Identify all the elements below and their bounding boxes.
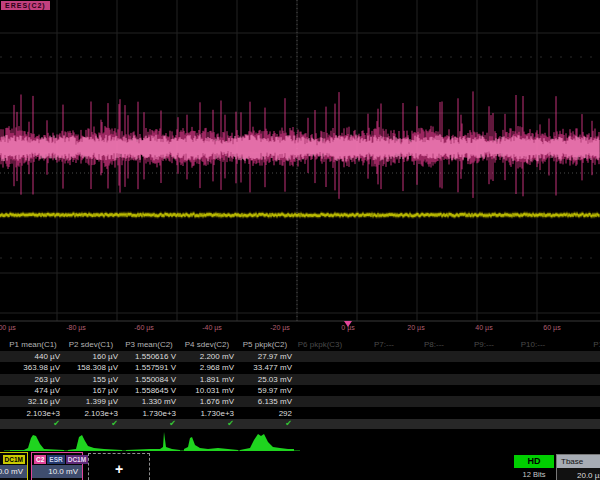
timebase-title: Tbase: [557, 455, 600, 468]
param-value: 1.550084 V: [120, 375, 176, 384]
param-value: 6.135 mV: [236, 397, 292, 406]
param-value: 1.330 mV: [120, 397, 176, 406]
param-value: 2.200 mV: [178, 352, 234, 361]
timebase-descriptor[interactable]: Tbase 20.0 µs: [556, 454, 600, 480]
trace-annotation-badge: ERES(C2): [1, 1, 50, 10]
param-value: 1.558645 V: [120, 386, 176, 395]
param-value: 2.103e+3: [4, 409, 60, 418]
c2-label: C2: [34, 455, 46, 464]
param-value: 474 µV: [4, 386, 60, 395]
measurement-histicon[interactable]: [68, 431, 122, 451]
param-header-inactive[interactable]: P10:---: [521, 340, 545, 349]
param-status-check: ✔: [4, 419, 60, 428]
measurement-histicon[interactable]: [184, 431, 238, 451]
param-status-check: ✔: [178, 419, 234, 428]
c2-coupling-badge: DC1M: [66, 455, 88, 464]
param-value: 167 µV: [62, 386, 118, 395]
param-value: 155 µV: [62, 375, 118, 384]
param-value: 160 µV: [62, 352, 118, 361]
c1-coupling-badge: DC1M: [3, 455, 25, 464]
param-header[interactable]: P3 mean(C2): [120, 340, 178, 349]
param-header-inactive[interactable]: P11: [593, 340, 600, 349]
param-header-inactive[interactable]: P6 pkpk(C3): [298, 340, 342, 349]
param-value: 27.97 mV: [236, 352, 292, 361]
param-value: 158.308 µV: [62, 363, 118, 372]
param-value: 440 µV: [4, 352, 60, 361]
adc-bits-label: 12 Bits: [510, 470, 558, 479]
param-header-inactive[interactable]: P8:---: [424, 340, 444, 349]
time-axis-label: 40 µs: [475, 324, 492, 331]
param-value: 25.03 mV: [236, 375, 292, 384]
param-value: 2.103e+3: [62, 409, 118, 418]
param-value: 2.968 mV: [178, 363, 234, 372]
time-axis-label: -20 µs: [270, 324, 290, 331]
time-axis-label: 0 µs: [341, 324, 354, 331]
param-value: 292: [236, 409, 292, 418]
param-status-check: ✔: [62, 419, 118, 428]
param-value: 32.16 µV: [4, 397, 60, 406]
c1-volts-per-div: 10.0 mV: [0, 465, 27, 478]
param-value: 263 µV: [4, 375, 60, 384]
c2-volts-per-div: 10.0 mV: [32, 465, 82, 478]
param-value: 59.97 mV: [236, 386, 292, 395]
timebase-value: 20.0 µs: [557, 468, 600, 480]
param-value: 1.676 mV: [178, 397, 234, 406]
param-value: 1.557591 V: [120, 363, 176, 372]
param-value: 10.031 mV: [178, 386, 234, 395]
add-trace-button[interactable]: +: [88, 453, 150, 480]
measurement-table: P1 mean(C1)440 µV363.98 µV263 µV474 µV32…: [0, 338, 600, 430]
time-axis-label: 60 µs: [543, 324, 560, 331]
measurement-histicon[interactable]: [126, 431, 180, 451]
measurement-histicon[interactable]: [10, 431, 64, 451]
param-header[interactable]: P1 mean(C1): [4, 340, 62, 349]
param-header-inactive[interactable]: P7:---: [374, 340, 394, 349]
param-status-check: ✔: [236, 419, 292, 428]
param-value: 33.477 mV: [236, 363, 292, 372]
param-value: 1.550616 V: [120, 352, 176, 361]
c2-eres-badge: ESR: [47, 455, 64, 464]
param-value: 1.730e+3: [178, 409, 234, 418]
graticule-and-traces: [0, 0, 600, 332]
param-header[interactable]: P5 pkpk(C2): [236, 340, 294, 349]
param-value: 1.399 µV: [62, 397, 118, 406]
time-axis-label: -60 µs: [134, 324, 154, 331]
param-value: 1.730e+3: [120, 409, 176, 418]
param-header-inactive[interactable]: P9:---: [474, 340, 494, 349]
channel-c2-descriptor[interactable]: C2 ESR DC1M 10.0 mV: [31, 452, 83, 480]
time-axis-label: 20 µs: [407, 324, 424, 331]
param-value: 363.98 µV: [4, 363, 60, 372]
hd-mode-badge[interactable]: HD: [514, 455, 554, 468]
measurement-histicon[interactable]: [240, 431, 294, 451]
channel-c1-descriptor[interactable]: C1 DC1M 10.0 mV: [0, 452, 28, 480]
time-axis: -100 µs-80 µs-60 µs-40 µs-20 µs0 µs20 µs…: [0, 321, 600, 334]
oscilloscope-screen: { "annotation": { "label": "ERES(C2)" },…: [0, 0, 600, 480]
param-header[interactable]: P2 sdev(C1): [62, 340, 120, 349]
time-axis-label: -100 µs: [0, 324, 16, 331]
param-status-check: ✔: [120, 419, 176, 428]
param-header[interactable]: P4 sdev(C2): [178, 340, 236, 349]
time-axis-label: -40 µs: [202, 324, 222, 331]
time-axis-label: -80 µs: [66, 324, 86, 331]
waveform-display[interactable]: [0, 0, 600, 332]
param-value: 1.891 mV: [178, 375, 234, 384]
